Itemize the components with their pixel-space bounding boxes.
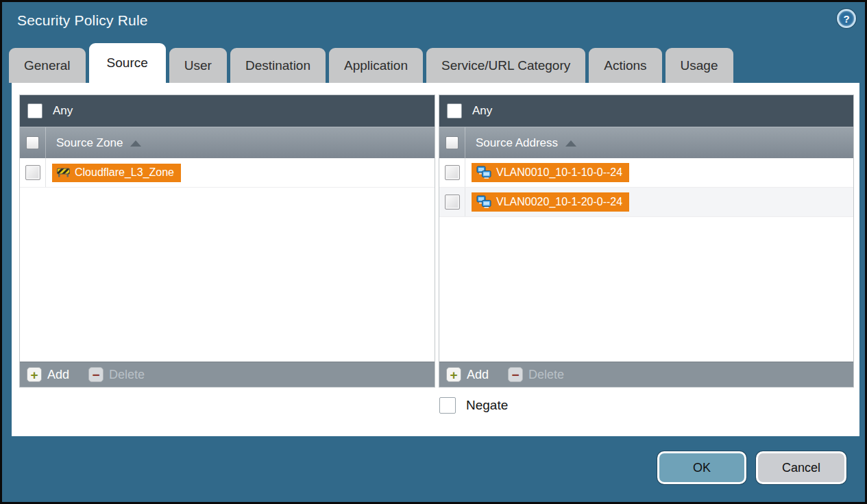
negate-checkbox[interactable]	[439, 397, 456, 414]
address-tag[interactable]: VLAN0020_10-1-20-0--24	[472, 192, 629, 212]
security-policy-rule-dialog: Security Policy Rule ? General Source Us…	[0, 0, 867, 504]
delete-icon: −	[88, 367, 103, 382]
title-bar: Security Policy Rule ?	[2, 2, 865, 45]
add-label: Add	[467, 368, 489, 382]
row-checkbox[interactable]	[445, 194, 460, 210]
sort-ascending-icon	[565, 140, 576, 147]
row-cell: Cloudflare_L3_Zone	[46, 164, 181, 182]
delete-label: Delete	[109, 368, 145, 382]
source-address-any-header: Any	[439, 95, 853, 127]
negate-label: Negate	[466, 398, 508, 413]
row-checkbox[interactable]	[445, 165, 460, 180]
tab-user[interactable]: User	[169, 48, 227, 83]
add-label: Add	[47, 368, 69, 382]
cancel-button[interactable]: Cancel	[756, 451, 846, 484]
add-button[interactable]: + Add	[446, 367, 489, 382]
ok-button[interactable]: OK	[657, 451, 746, 484]
negate-row: Negate	[439, 397, 508, 414]
row-checkbox-cell	[439, 158, 465, 187]
column-header-source-address[interactable]: Source Address	[439, 127, 853, 158]
tab-application[interactable]: Application	[329, 48, 423, 83]
tab-content-source: Any Source Zone	[12, 83, 859, 436]
source-zone-select-all-checkbox[interactable]	[26, 136, 39, 149]
source-zone-any-header: Any	[20, 95, 435, 127]
sort-ascending-icon	[130, 140, 141, 147]
tab-actions[interactable]: Actions	[589, 48, 661, 83]
row-checkbox-cell	[20, 158, 46, 187]
table-row[interactable]: VLAN0020_10-1-20-0--24	[439, 188, 853, 217]
column-header-source-zone[interactable]: Source Zone	[20, 127, 435, 158]
tab-source[interactable]: Source	[89, 43, 166, 83]
zone-tag[interactable]: Cloudflare_L3_Zone	[52, 164, 181, 182]
source-zone-toolbar: + Add − Delete	[20, 362, 435, 387]
select-all-cell	[20, 127, 46, 158]
delete-button[interactable]: − Delete	[508, 367, 564, 382]
source-address-any-checkbox[interactable]	[447, 103, 462, 118]
tab-bar: General Source User Destination Applicat…	[9, 45, 858, 83]
table-row[interactable]: VLAN0010_10-1-10-0--24	[439, 158, 853, 188]
row-checkbox[interactable]	[25, 165, 40, 180]
delete-label: Delete	[528, 368, 564, 382]
row-cell: VLAN0020_10-1-20-0--24	[465, 192, 629, 212]
add-button[interactable]: + Add	[27, 367, 69, 382]
address-tag[interactable]: VLAN0010_10-1-10-0--24	[472, 163, 629, 182]
source-zone-any-label: Any	[53, 104, 73, 118]
row-cell: VLAN0010_10-1-10-0--24	[465, 163, 629, 182]
select-all-cell	[439, 127, 465, 158]
source-address-any-label: Any	[472, 104, 492, 118]
tab-usage[interactable]: Usage	[665, 48, 733, 83]
address-tag-label: VLAN0020_10-1-20-0--24	[496, 196, 622, 208]
tab-service-url-category[interactable]: Service/URL Category	[426, 48, 585, 83]
source-zone-any-checkbox[interactable]	[27, 103, 42, 118]
zone-tag-label: Cloudflare_L3_Zone	[75, 166, 174, 179]
help-icon[interactable]: ?	[837, 9, 856, 28]
column-title: Source Address	[476, 136, 558, 150]
address-icon	[476, 195, 491, 208]
column-title: Source Zone	[56, 136, 123, 150]
delete-button[interactable]: − Delete	[88, 367, 145, 382]
tab-destination[interactable]: Destination	[230, 48, 326, 83]
delete-icon: −	[508, 367, 523, 382]
table-row[interactable]: Cloudflare_L3_Zone	[20, 158, 435, 188]
source-address-panel: Any Source Address	[439, 94, 854, 388]
add-icon: +	[446, 367, 461, 382]
row-checkbox-cell	[439, 188, 465, 216]
tab-general[interactable]: General	[9, 48, 86, 83]
source-address-select-all-checkbox[interactable]	[445, 136, 459, 149]
add-icon: +	[27, 367, 42, 382]
source-address-list: VLAN0010_10-1-10-0--24	[439, 158, 853, 362]
source-address-toolbar: + Add − Delete	[439, 362, 853, 387]
source-zone-list: Cloudflare_L3_Zone	[20, 158, 435, 362]
address-tag-label: VLAN0010_10-1-10-0--24	[496, 166, 622, 179]
dialog-title: Security Policy Rule	[17, 12, 148, 29]
source-zone-panel: Any Source Zone	[19, 94, 435, 388]
zone-icon	[57, 167, 70, 177]
address-icon	[476, 166, 491, 179]
